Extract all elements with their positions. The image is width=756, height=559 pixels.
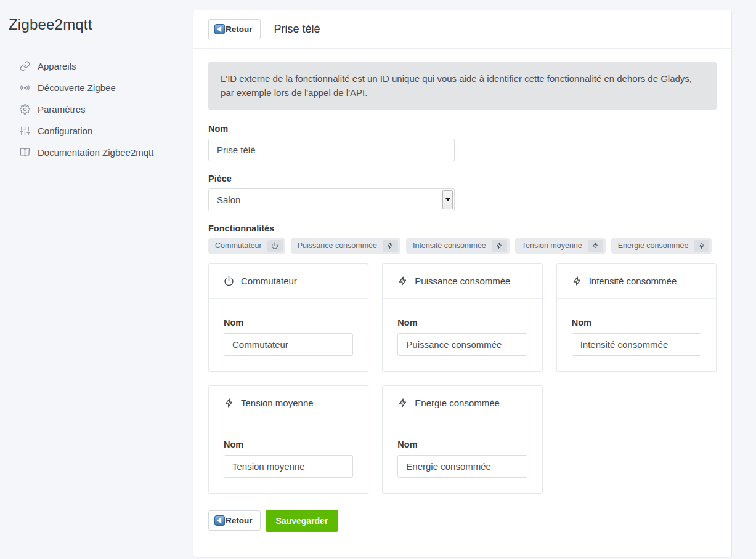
feature-card-body: Nom [209, 299, 368, 371]
feature-name-label: Nom [224, 318, 353, 328]
back-button-label: Retour [226, 25, 253, 34]
feature-name-input[interactable] [224, 333, 353, 356]
info-alert: L'ID externe de la fonctionnalité est un… [208, 62, 717, 110]
save-button[interactable]: Sauvegarder [266, 510, 339, 532]
feature-card-body: Nom [209, 420, 368, 493]
feature-card-title: Commutateur [241, 276, 297, 286]
feature-badges-row: Commutateur Puissance consommée Intensit… [208, 238, 717, 254]
feature-name-label: Nom [224, 440, 353, 449]
feature-card-puissance: Puissance consommée Nom [382, 263, 542, 372]
sidebar-item-parametres[interactable]: Paramètres [9, 99, 184, 120]
sidebar-item-label: Documentation Zigbee2mqtt [38, 147, 153, 158]
gear-icon [20, 104, 30, 115]
feature-badge-tension: Tension moyenne [515, 238, 606, 254]
sidebar-item-label: Appareils [38, 61, 76, 71]
feature-card-title: Tension moyenne [241, 398, 314, 408]
feature-card-body: Nom [383, 420, 542, 493]
bolt-icon [572, 276, 582, 286]
badge-label: Puissance consommée [298, 241, 377, 250]
app-layout: Zigbee2mqtt Appareils Découverte Zigbee … [0, 0, 756, 559]
sidebar-item-configuration[interactable]: Configuration [9, 120, 184, 142]
page-title: Prise télé [274, 23, 320, 36]
feature-name-input[interactable] [224, 455, 353, 478]
sidebar-item-documentation[interactable]: Documentation Zigbee2mqtt [9, 142, 184, 163]
bolt-icon [397, 398, 408, 408]
back-button[interactable]: Retour [208, 19, 261, 39]
sidebar-item-label: Découverte Zigbee [38, 82, 116, 93]
feature-card-commutateur: Commutateur Nom [208, 263, 368, 372]
name-label: Nom [208, 124, 717, 134]
card-body: L'ID externe de la fonctionnalité est un… [193, 49, 731, 557]
feature-badge-intensite: Intensité consommée [406, 238, 510, 254]
feature-card-header: Puissance consommée [383, 264, 542, 299]
select-dropdown-arrow-icon[interactable] [442, 190, 453, 209]
feature-name-input[interactable] [397, 333, 527, 356]
device-card: Retour Prise télé L'ID externe de la fon… [193, 10, 732, 557]
features-label: Fonctionnalités [208, 223, 717, 233]
bolt-icon [694, 240, 709, 252]
feature-card-title: Puissance consommée [415, 276, 510, 286]
footer-actions: Retour Sauvegarder [208, 510, 717, 532]
feature-name-label: Nom [397, 318, 527, 328]
room-select[interactable]: Salon [208, 188, 455, 211]
bolt-icon [397, 276, 408, 286]
power-icon [267, 240, 283, 252]
badge-label: Energie consommée [618, 241, 689, 250]
feature-badge-puissance: Puissance consommée [291, 238, 400, 254]
main-area: Retour Prise télé L'ID externe de la fon… [193, 0, 756, 559]
card-header: Retour Prise télé [193, 10, 731, 49]
badge-label: Tension moyenne [522, 241, 582, 250]
feature-card-body: Nom [557, 299, 716, 371]
bolt-icon [492, 240, 507, 252]
name-form-group: Nom [208, 124, 717, 161]
feature-name-input[interactable] [397, 455, 527, 478]
badge-label: Commutateur [215, 241, 262, 250]
room-select-value: Salon [217, 195, 240, 205]
sidebar: Zigbee2mqtt Appareils Découverte Zigbee … [0, 0, 193, 559]
sidebar-menu: Appareils Découverte Zigbee Paramètres C… [9, 55, 184, 163]
feature-card-header: Tension moyenne [209, 386, 368, 420]
badge-label: Intensité consommée [413, 241, 486, 250]
link-icon [20, 61, 30, 71]
broadcast-icon [20, 82, 30, 93]
feature-badge-commutateur: Commutateur [208, 238, 285, 254]
feature-card-body: Nom [383, 299, 542, 371]
sidebar-item-decouverte-zigbee[interactable]: Découverte Zigbee [9, 77, 184, 99]
bolt-icon [588, 240, 603, 252]
device-name-input[interactable] [208, 139, 455, 161]
back-arrow-icon [214, 515, 225, 526]
feature-badge-energie: Energie consommée [611, 238, 712, 254]
feature-card-tension: Tension moyenne Nom [208, 385, 368, 494]
sidebar-item-appareils[interactable]: Appareils [9, 55, 184, 77]
feature-card-header: Intensité consommée [557, 264, 716, 299]
room-form-group: Pièce Salon [208, 174, 717, 211]
feature-card-title: Intensité consommée [589, 276, 677, 286]
sidebar-item-label: Paramètres [38, 104, 86, 115]
bolt-icon [224, 398, 234, 408]
feature-card-header: Commutateur [209, 264, 368, 299]
power-icon [224, 276, 234, 286]
room-label: Pièce [208, 174, 717, 183]
integration-title: Zigbee2mqtt [9, 16, 184, 33]
feature-name-label: Nom [397, 440, 527, 449]
sliders-icon [20, 126, 30, 136]
feature-card-title: Energie consommée [415, 398, 500, 408]
feature-card-header: Energie consommée [383, 386, 542, 420]
feature-name-input[interactable] [572, 333, 701, 356]
sidebar-item-label: Configuration [38, 126, 92, 136]
feature-card-intensite: Intensité consommée Nom [556, 263, 717, 372]
book-open-icon [20, 147, 30, 158]
back-button-label: Retour [226, 516, 253, 525]
back-button-footer[interactable]: Retour [208, 510, 261, 531]
feature-name-label: Nom [572, 318, 701, 328]
bolt-icon [383, 240, 398, 252]
feature-card-energie: Energie consommée Nom [382, 385, 542, 494]
back-arrow-icon [214, 24, 225, 34]
feature-cards-grid: Commutateur Nom Puissance consommée [208, 263, 717, 494]
